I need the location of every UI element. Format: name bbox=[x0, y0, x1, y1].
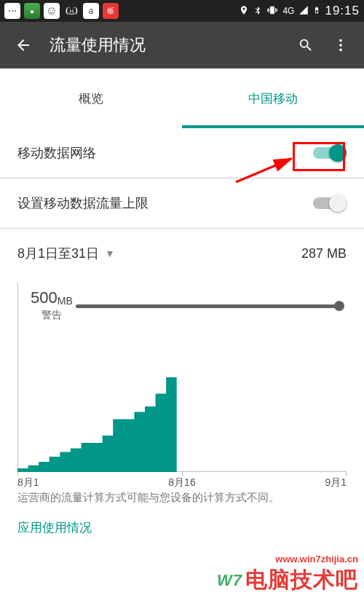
chart-area bbox=[17, 283, 347, 472]
svg-marker-3 bbox=[17, 368, 177, 473]
x-tick: 8月16 bbox=[168, 476, 195, 489]
app-usage-link[interactable]: 应用使用情况 bbox=[0, 506, 364, 549]
x-tick: 9月1 bbox=[325, 476, 347, 489]
app-notif-icon: ☺ bbox=[44, 3, 60, 19]
watermark-logo-icon: W7 bbox=[217, 571, 242, 590]
usage-value: 287 MB bbox=[301, 246, 347, 261]
vibrate-icon bbox=[266, 5, 278, 17]
battery-icon bbox=[313, 4, 320, 18]
svg-point-0 bbox=[339, 39, 342, 42]
data-limit-switch[interactable] bbox=[312, 193, 347, 213]
signal-icon bbox=[298, 5, 309, 17]
annotation-arrow-icon bbox=[233, 153, 298, 189]
search-button[interactable] bbox=[288, 37, 323, 53]
clock-text: 19:15 bbox=[325, 4, 360, 18]
usage-chart: 500MB 警告 8月1 8月16 9月1 bbox=[0, 278, 364, 472]
overflow-menu-button[interactable] bbox=[323, 37, 358, 53]
x-tick: 8月1 bbox=[17, 476, 39, 489]
app-notif-icon: ● bbox=[24, 3, 40, 19]
app-notif-icon: ⋯ bbox=[4, 3, 20, 19]
status-bar: ⋯ ● ☺ ඏ a 板 4G 19:15 bbox=[0, 0, 364, 22]
app-notif-icon: 板 bbox=[103, 3, 119, 19]
date-range-label: 8月1日至31日 bbox=[17, 245, 99, 262]
watermark-url: www.win7zhijia.cn bbox=[275, 554, 358, 564]
tab-carrier[interactable]: 中国移动 bbox=[182, 68, 364, 128]
status-right: 4G 19:15 bbox=[239, 4, 360, 18]
tab-overview[interactable]: 概览 bbox=[0, 68, 182, 128]
row-label: 设置移动数据流量上限 bbox=[17, 194, 149, 212]
app-notif-icon: ඏ bbox=[63, 3, 79, 19]
bluetooth-icon bbox=[253, 5, 262, 17]
back-button[interactable] bbox=[6, 36, 41, 54]
annotation-box bbox=[293, 142, 345, 171]
data-limit-row[interactable]: 设置移动数据流量上限 bbox=[0, 178, 364, 228]
chevron-down-icon: ▼ bbox=[105, 248, 115, 259]
tab-label: 中国移动 bbox=[248, 90, 298, 107]
svg-point-2 bbox=[339, 49, 342, 52]
tab-label: 概览 bbox=[79, 90, 103, 107]
svg-line-4 bbox=[236, 159, 291, 182]
row-label: 移动数据网络 bbox=[17, 144, 96, 162]
svg-point-1 bbox=[339, 44, 342, 47]
network-label: 4G bbox=[282, 6, 294, 16]
status-left: ⋯ ● ☺ ඏ a 板 bbox=[4, 3, 119, 19]
page-title: 流量使用情况 bbox=[41, 34, 288, 56]
toolbar: 流量使用情况 bbox=[0, 22, 364, 68]
x-ticks: 8月1 8月16 9月1 bbox=[17, 476, 347, 489]
tabs: 概览 中国移动 bbox=[0, 68, 364, 128]
app-notif-icon: a bbox=[83, 3, 99, 19]
watermark-text: W7 电脑技术吧 bbox=[217, 565, 358, 595]
location-icon bbox=[239, 5, 249, 17]
date-range-row[interactable]: 8月1日至31日 ▼ 287 MB bbox=[0, 229, 364, 278]
